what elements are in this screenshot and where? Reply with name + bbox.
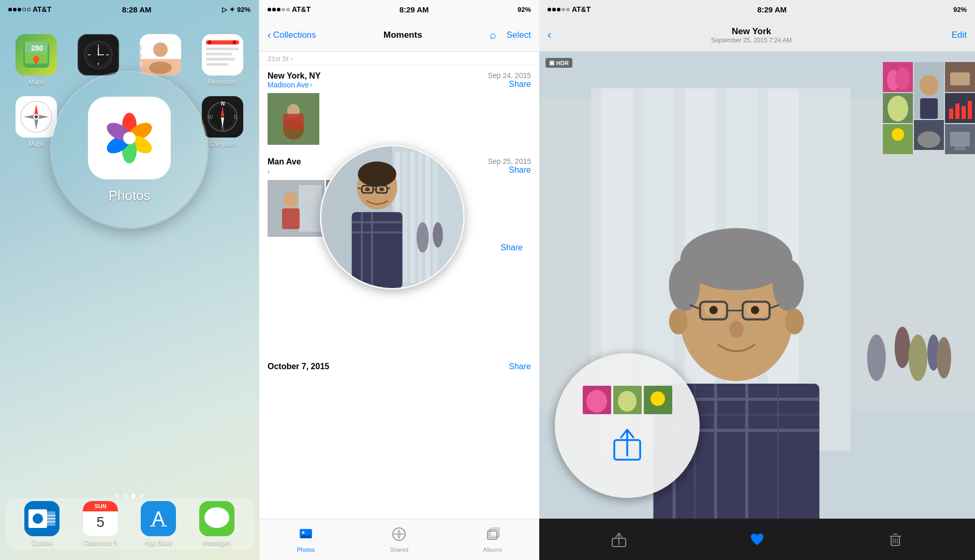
man-ave-location: Man Ave <box>268 157 301 167</box>
thumb-4[interactable] <box>914 120 944 150</box>
svg-point-161 <box>710 306 718 314</box>
thumb-col-2 <box>914 62 944 154</box>
safari-icon <box>16 96 57 138</box>
ny-location: New York, NY <box>268 71 321 81</box>
share-action[interactable] <box>611 531 627 548</box>
delete-action[interactable] <box>887 531 904 548</box>
favorite-action[interactable] <box>749 531 765 548</box>
collections-back-link[interactable]: Collections <box>273 30 316 40</box>
status-left-detail: AT&T <box>548 5 590 13</box>
svg-point-177 <box>888 96 908 122</box>
tab-photos[interactable]: Photos <box>259 527 352 553</box>
thumb-7[interactable] <box>945 124 975 154</box>
trash-icon <box>887 531 904 548</box>
svg-rect-28 <box>206 53 232 55</box>
svg-point-163 <box>729 321 744 338</box>
detail-edit-button[interactable]: Edit <box>952 30 967 40</box>
svg-rect-107 <box>425 152 430 283</box>
man-photo[interactable] <box>268 180 324 237</box>
svg-point-20 <box>153 42 168 57</box>
svg-point-198 <box>618 391 637 412</box>
dock-calendars[interactable]: SUN 5 Calendars 5 <box>83 501 118 547</box>
outlook-label: Outlook <box>32 539 53 547</box>
svg-rect-193 <box>950 132 970 146</box>
thumb-2[interactable] <box>883 93 913 123</box>
hdr-icon: ▣ <box>549 59 554 66</box>
nav-right-area: ⌕ Select <box>490 28 531 42</box>
appstore-label: App Store <box>145 539 172 547</box>
svg-point-15 <box>98 54 99 56</box>
dot-4 <box>140 494 144 498</box>
detail-photo-view[interactable]: ▣ HDR <box>539 52 975 519</box>
compass-icon: N S E W <box>202 96 243 138</box>
share-thumb-2 <box>613 386 642 414</box>
status-bar-detail: AT&T 8:29 AM 92% <box>539 0 975 19</box>
messages-label: Messages <box>202 539 231 547</box>
moments-content: 21st St › New York, NY Madison Ave › Sep… <box>259 52 539 519</box>
extra-share-link[interactable]: Share <box>500 243 523 252</box>
thumb-5[interactable] <box>945 62 975 92</box>
page-dots <box>0 494 259 498</box>
battery-detail: 92% <box>953 6 967 13</box>
sublocation-chevron: › <box>310 81 312 88</box>
dock-appstore[interactable]: A App Store <box>141 501 176 547</box>
dock-outlook[interactable]: Outlook <box>24 501 60 547</box>
nav-back-area[interactable]: ‹ Collections <box>268 29 316 41</box>
svg-rect-29 <box>206 58 235 60</box>
safari-label: Maps <box>28 141 43 148</box>
svg-rect-31 <box>208 40 211 44</box>
thumb-col-3 <box>945 62 975 154</box>
app-maps[interactable]: 280 Maps <box>10 34 62 86</box>
share-icon-box[interactable] <box>607 425 648 466</box>
svg-point-147 <box>937 337 951 379</box>
tab-albums[interactable]: Albums <box>446 527 539 553</box>
detail-back-button[interactable]: ‹ <box>548 28 551 42</box>
man-ave-right: Sep 25, 2015 Share <box>488 157 531 175</box>
thumb-1[interactable] <box>883 62 913 92</box>
tab-shared[interactable]: Shared <box>352 527 446 553</box>
calendars-icon: SUN 5 <box>83 501 118 536</box>
maps-icon: 280 <box>16 34 57 75</box>
location-icon-home: ▷ <box>222 6 227 13</box>
svg-text:E: E <box>234 114 238 120</box>
share-thumbs <box>583 386 672 414</box>
app-reminders[interactable]: Reminders <box>197 34 248 86</box>
signal-dots-moments <box>268 8 290 11</box>
ny-photo-1[interactable] <box>268 93 319 145</box>
svg-rect-186 <box>950 72 970 85</box>
back-chevron-icon: ‹ <box>268 29 271 41</box>
photo-detail-panel: AT&T 8:29 AM 92% ‹ New York September 25… <box>539 0 975 560</box>
thumb-3[interactable] <box>883 124 913 154</box>
thumb-6[interactable] <box>945 93 975 123</box>
sig-d-3 <box>557 8 560 11</box>
carrier-moments: AT&T <box>292 5 311 13</box>
dock-messages[interactable]: Messages <box>199 501 234 547</box>
dot-2 <box>123 494 127 498</box>
signal-dot-1 <box>8 8 12 11</box>
status-bar-moments: AT&T 8:29 AM 92% <box>259 0 539 19</box>
time-moments: 8:29 AM <box>400 5 429 14</box>
sig-d-1 <box>548 8 551 11</box>
svg-point-196 <box>586 390 607 413</box>
svg-rect-189 <box>955 103 959 119</box>
man-ave-location-info: Man Ave › <box>268 157 301 176</box>
photos-zoom-circle[interactable]: Photos <box>52 72 207 228</box>
search-icon[interactable]: ⌕ <box>490 28 496 42</box>
svg-point-162 <box>751 306 759 314</box>
man-ave-share[interactable]: Share <box>488 165 531 175</box>
signal-dot-5 <box>27 8 31 11</box>
ny-sublocation[interactable]: Madison Ave › <box>268 81 321 89</box>
ny-share[interactable]: Share <box>488 80 531 89</box>
share-thumb-1 <box>583 386 611 414</box>
clipped-location: 21st St › <box>268 55 531 63</box>
svg-point-175 <box>895 67 910 90</box>
carrier-detail: AT&T <box>572 5 590 13</box>
moments-navbar: ‹ Collections Moments ⌕ Select <box>259 19 539 52</box>
select-button[interactable]: Select <box>507 30 531 40</box>
dock: Outlook SUN 5 Calendars 5 A <box>5 498 254 550</box>
svg-rect-118 <box>351 212 402 288</box>
oct-share[interactable]: Share <box>509 362 531 371</box>
signal-dot-4 <box>22 8 26 11</box>
status-bar-home: AT&T 8:28 AM ▷ ✦ 92% <box>0 0 259 19</box>
thumb-main[interactable] <box>914 62 944 119</box>
